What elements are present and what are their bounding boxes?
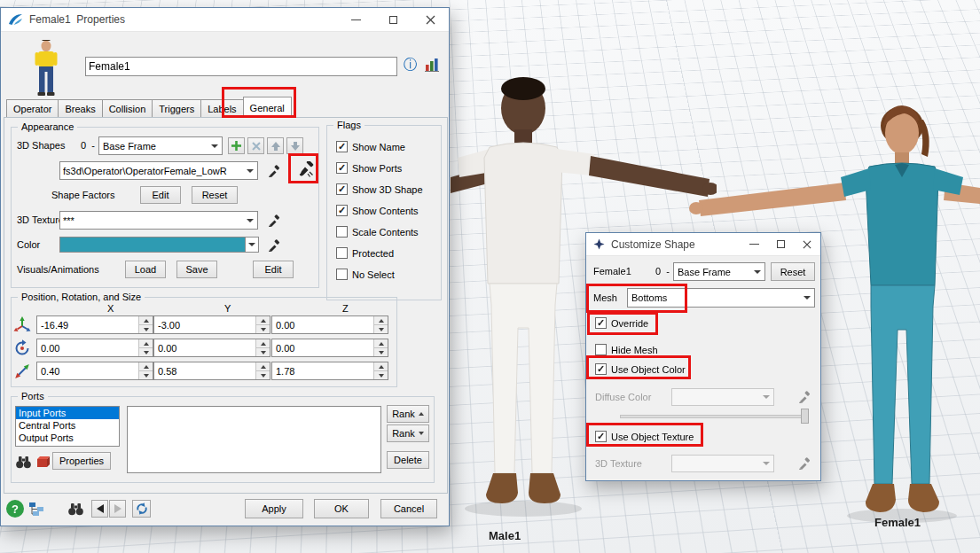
help-button[interactable]: ?: [6, 500, 24, 518]
move-frame-up-button[interactable]: [267, 137, 284, 154]
maximize-button[interactable]: [374, 8, 412, 31]
shape-path-input[interactable]: [60, 166, 243, 176]
rank-down-button[interactable]: Rank: [387, 424, 429, 442]
delete-port-button[interactable]: Delete: [387, 451, 429, 469]
rotation-x-spinner[interactable]: [36, 339, 153, 357]
tree-view-button[interactable]: [27, 501, 45, 518]
close-button[interactable]: [794, 233, 820, 255]
object-cube-icon[interactable]: [34, 453, 51, 470]
position-y-input[interactable]: [154, 316, 255, 333]
color-swatch[interactable]: [59, 237, 246, 253]
spin-down-icon[interactable]: [139, 347, 153, 356]
spin-down-icon[interactable]: [374, 324, 388, 333]
size-z-spinner[interactable]: [271, 362, 388, 380]
position-x-spinner[interactable]: [36, 315, 153, 334]
position-y-spinner[interactable]: [153, 315, 270, 334]
texture-field[interactable]: [59, 211, 258, 230]
texture-input[interactable]: [60, 215, 243, 226]
flag-show-name[interactable]: ✓ Show Name: [336, 140, 405, 153]
spin-up-icon[interactable]: [256, 362, 270, 370]
spin-up-icon[interactable]: [139, 339, 153, 347]
spin-up-icon[interactable]: [256, 339, 270, 347]
port-type-list[interactable]: Input Ports Central Ports Output Ports: [15, 406, 120, 447]
list-item-input-ports[interactable]: Input Ports: [16, 407, 119, 419]
rank-up-button[interactable]: Rank: [387, 405, 429, 423]
checkbox[interactable]: [336, 269, 348, 280]
customize-reset-button[interactable]: Reset: [771, 262, 815, 281]
override-checkbox[interactable]: ✓ Override: [595, 316, 648, 330]
object-name-field[interactable]: [85, 57, 397, 76]
list-item-output-ports[interactable]: Output Ports: [16, 432, 119, 444]
checkbox[interactable]: [336, 226, 348, 238]
statistics-icon[interactable]: [423, 56, 441, 74]
rotation-z-spinner[interactable]: [271, 339, 388, 357]
spin-down-icon[interactable]: [374, 347, 388, 356]
move-frame-down-button[interactable]: [286, 137, 303, 154]
shape-sampler-eyedropper-icon[interactable]: [267, 163, 281, 178]
position-x-input[interactable]: [37, 316, 138, 333]
tab-breaks[interactable]: Breaks: [58, 99, 102, 118]
shape-frame-combo[interactable]: Base Frame: [98, 136, 223, 155]
chevron-down-icon[interactable]: [750, 263, 764, 280]
chevron-down-icon[interactable]: [208, 137, 222, 154]
checkbox[interactable]: ✓: [595, 431, 607, 442]
spin-down-icon[interactable]: [256, 324, 270, 333]
port-properties-button[interactable]: Properties: [52, 452, 111, 470]
spin-down-icon[interactable]: [256, 347, 270, 356]
rotation-y-spinner[interactable]: [153, 339, 270, 357]
tab-labels[interactable]: Labels: [200, 99, 243, 118]
position-z-spinner[interactable]: [271, 315, 388, 334]
spin-up-icon[interactable]: [256, 316, 270, 324]
checkbox[interactable]: ✓: [595, 363, 607, 375]
position-z-input[interactable]: [272, 316, 373, 333]
checkbox[interactable]: ✓: [336, 205, 348, 216]
maximize-button[interactable]: [767, 233, 794, 255]
spin-down-icon[interactable]: [374, 370, 388, 379]
spin-down-icon[interactable]: [139, 324, 153, 333]
visuals-edit-button[interactable]: Edit: [253, 261, 294, 278]
customize-frame-combo[interactable]: Base Frame: [673, 262, 765, 281]
size-y-input[interactable]: [154, 362, 255, 379]
use-object-color-checkbox[interactable]: ✓ Use Object Color: [595, 362, 686, 376]
spin-up-icon[interactable]: [139, 362, 153, 370]
cancel-button[interactable]: Cancel: [380, 499, 437, 518]
refresh-button[interactable]: [132, 500, 151, 518]
close-button[interactable]: [412, 8, 449, 31]
spin-up-icon[interactable]: [374, 339, 388, 347]
ok-button[interactable]: OK: [314, 499, 369, 518]
mesh-combo[interactable]: Bottoms: [627, 288, 815, 308]
nav-back-button[interactable]: [91, 500, 108, 518]
port-connections-list[interactable]: [127, 406, 381, 473]
spin-up-icon[interactable]: [374, 362, 388, 370]
texture-eyedropper-icon[interactable]: [267, 213, 281, 228]
chevron-down-icon[interactable]: [800, 289, 814, 307]
checkbox[interactable]: [336, 247, 348, 259]
add-frame-button[interactable]: [228, 137, 245, 154]
tab-general[interactable]: General: [243, 97, 292, 118]
visuals-save-button[interactable]: Save: [176, 261, 217, 278]
flag-show-contents[interactable]: ✓ Show Contents: [336, 204, 419, 217]
hide-mesh-checkbox[interactable]: Hide Mesh: [595, 343, 658, 356]
flag-show-3d-shape[interactable]: ✓ Show 3D Shape: [336, 183, 423, 196]
shape-factors-edit-button[interactable]: Edit: [140, 186, 181, 204]
color-eyedropper-icon[interactable]: [267, 238, 281, 253]
minimize-button[interactable]: [337, 8, 374, 31]
rotation-y-input[interactable]: [154, 339, 255, 356]
checkbox[interactable]: ✓: [336, 141, 348, 152]
shape-path-field[interactable]: [59, 161, 258, 180]
checkbox[interactable]: ✓: [595, 317, 607, 329]
list-item-central-ports[interactable]: Central Ports: [16, 419, 119, 432]
rotation-z-input[interactable]: [272, 339, 373, 356]
shape-factors-reset-button[interactable]: Reset: [192, 186, 238, 204]
spin-up-icon[interactable]: [374, 316, 388, 324]
properties-titlebar[interactable]: Female1 Properties: [1, 8, 449, 32]
checkbox[interactable]: [595, 344, 607, 355]
checkbox[interactable]: ✓: [336, 183, 348, 195]
tab-collision[interactable]: Collision: [102, 99, 153, 118]
color-dropdown[interactable]: [246, 237, 259, 253]
chevron-down-icon[interactable]: [243, 162, 257, 179]
customize-shape-brush-icon[interactable]: [297, 160, 315, 179]
visuals-load-button[interactable]: Load: [125, 261, 166, 278]
spin-down-icon[interactable]: [139, 370, 153, 379]
spin-down-icon[interactable]: [256, 370, 270, 379]
